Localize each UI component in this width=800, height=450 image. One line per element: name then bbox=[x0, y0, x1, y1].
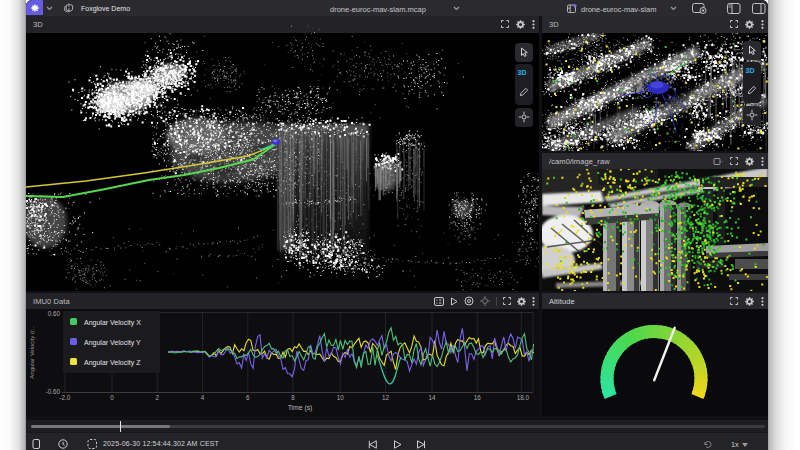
svg-text:6: 6 bbox=[246, 394, 250, 401]
svg-text:Angular Velocity X: Angular Velocity X bbox=[84, 319, 141, 327]
svg-text:14: 14 bbox=[428, 394, 436, 401]
svg-text:0.60: 0.60 bbox=[48, 310, 61, 317]
svg-text:Angular Velocity (r...: Angular Velocity (r... bbox=[29, 325, 35, 379]
svg-text:12: 12 bbox=[382, 394, 390, 401]
svg-text:10: 10 bbox=[337, 394, 345, 401]
svg-text:18.0: 18.0 bbox=[517, 394, 530, 401]
svg-text:-0.60: -0.60 bbox=[46, 388, 61, 395]
svg-text:Time (s): Time (s) bbox=[288, 404, 313, 412]
svg-text:2: 2 bbox=[156, 394, 160, 401]
svg-text:8: 8 bbox=[291, 394, 295, 401]
svg-text:-2.0: -2.0 bbox=[59, 394, 70, 401]
svg-text:0: 0 bbox=[110, 394, 114, 401]
svg-text:4: 4 bbox=[201, 394, 205, 401]
svg-text:Angular Velocity Y: Angular Velocity Y bbox=[84, 339, 141, 347]
svg-text:Angular Velocity Z: Angular Velocity Z bbox=[84, 359, 141, 367]
svg-text:16: 16 bbox=[474, 394, 482, 401]
